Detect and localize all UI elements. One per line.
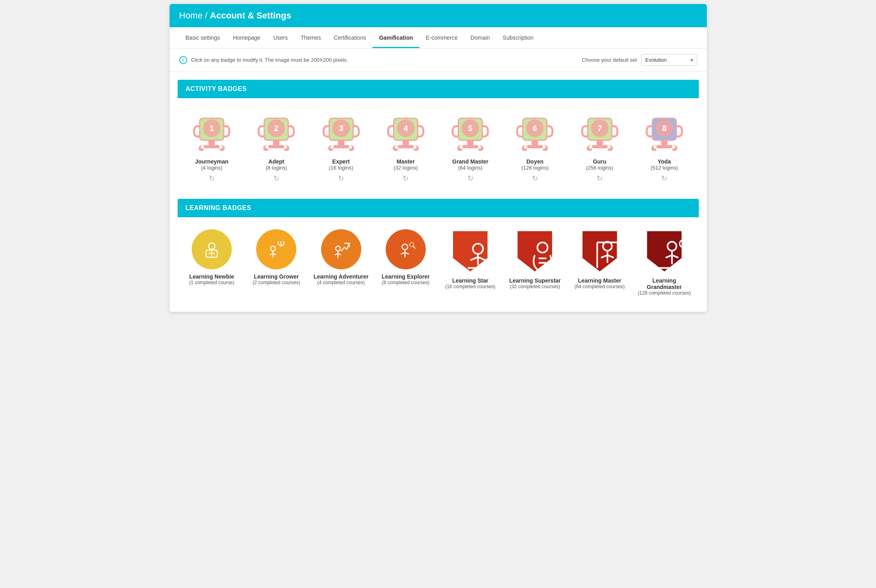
svg-rect-3 <box>208 140 215 145</box>
nav-homepage[interactable]: Homepage <box>227 27 267 48</box>
svg-text:3: 3 <box>339 124 343 133</box>
trophy-badge-5[interactable]: 5 <box>450 110 490 154</box>
badge-sub-4: (32 logins) <box>394 165 418 171</box>
learning-badge-circle-2[interactable] <box>256 229 296 269</box>
svg-rect-19 <box>398 145 414 148</box>
refresh-icon-4[interactable]: ↻ <box>403 174 409 183</box>
svg-text:1: 1 <box>210 124 214 133</box>
svg-rect-14 <box>333 145 349 148</box>
badge-name-5: Grand Master <box>452 158 488 165</box>
refresh-icon-1[interactable]: ↻ <box>209 174 215 183</box>
navigation: Basic settings Homepage Users Themes Cer… <box>170 27 707 48</box>
badge-name-3: Expert <box>332 158 350 165</box>
svg-rect-38 <box>661 140 668 145</box>
main-container: Home / Account & Settings Basic settings… <box>170 4 707 312</box>
learning-badge-name-6: Learning Superstar <box>509 277 560 284</box>
svg-rect-24 <box>462 145 478 148</box>
trophy-badge-1[interactable]: 1 <box>192 110 232 154</box>
svg-point-45 <box>271 246 275 251</box>
trophy-badge-7[interactable]: 7 <box>580 110 620 154</box>
badge-name-6: Doyen <box>526 158 544 165</box>
svg-line-60 <box>401 253 405 254</box>
svg-point-40 <box>208 243 215 249</box>
default-set-select[interactable]: Evolution Classic Modern <box>641 54 697 66</box>
learning-badge-name-4: Learning Explorer <box>382 273 430 280</box>
learning-badge-circle-1[interactable] <box>192 229 232 269</box>
svg-rect-34 <box>592 145 608 148</box>
nav-gamification[interactable]: Gamification <box>372 27 419 48</box>
refresh-icon-6[interactable]: ↻ <box>532 174 538 183</box>
learning-badge-circle-4[interactable] <box>386 229 426 269</box>
svg-rect-9 <box>268 145 284 148</box>
trophy-badge-8[interactable]: 8 <box>644 110 684 154</box>
svg-point-52 <box>336 246 340 251</box>
refresh-icon-7[interactable]: ↻ <box>597 174 603 183</box>
activity-badge-item: 4 Master (32 logins) ↻ <box>378 110 434 183</box>
svg-line-63 <box>413 246 415 249</box>
learning-badge-shield-5[interactable] <box>450 229 490 273</box>
learning-badge-shield-7[interactable] <box>580 229 620 273</box>
activity-badges-body: 1 Journeyman (4 logins) ↻ 2 <box>178 98 699 191</box>
nav-certifications[interactable]: Certifications <box>328 27 373 48</box>
svg-rect-8 <box>273 140 279 145</box>
info-icon: i <box>179 56 187 64</box>
learning-badge-name-8: Learning Grandmaster <box>634 277 694 290</box>
svg-line-44 <box>212 253 215 254</box>
refresh-icon-2[interactable]: ↻ <box>273 174 279 183</box>
badge-sub-6: (128 logins) <box>521 165 548 171</box>
nav-domain[interactable]: Domain <box>464 27 496 48</box>
nav-subscription[interactable]: Subscription <box>496 27 540 48</box>
badge-sub-1: (4 logins) <box>201 165 222 171</box>
svg-rect-39 <box>656 145 672 148</box>
learning-badge-circle-3[interactable] <box>321 229 361 269</box>
learning-badge-name-3: Learning Adventurer <box>314 273 368 280</box>
learning-badge-sub-5: (16 completed courses) <box>445 284 495 289</box>
learning-badge-sub-1: (1 completed course) <box>189 280 235 285</box>
badge-sub-5: (64 logins) <box>458 165 483 171</box>
trophy-badge-4[interactable]: 4 <box>386 110 426 154</box>
svg-text:8: 8 <box>662 124 666 133</box>
svg-text:6: 6 <box>533 124 537 133</box>
info-message: Click on any badge to modify it. The ima… <box>191 57 348 63</box>
activity-badges-title: ACTIVITY BADGES <box>186 85 691 93</box>
svg-rect-13 <box>338 140 344 145</box>
activity-badge-item: 2 Adept (8 logins) ↻ <box>248 110 304 183</box>
trophy-badge-6[interactable]: 6 <box>515 110 555 154</box>
refresh-icon-3[interactable]: ↻ <box>338 174 344 183</box>
learning-badge-sub-6: (32 completed courses) <box>510 284 560 289</box>
nav-users[interactable]: Users <box>267 27 294 48</box>
account-settings-title: Account & Settings <box>210 10 291 20</box>
trophy-badge-3[interactable]: 3 <box>321 110 361 154</box>
activity-badge-item: 6 Doyen (128 logins) ↻ <box>507 110 563 183</box>
learning-badge-item: Learning Explorer (8 completed courses) <box>376 229 436 296</box>
svg-text:5: 5 <box>468 124 473 133</box>
activity-badge-item: 7 Guru (256 logins) ↻ <box>572 110 628 183</box>
refresh-icon-8[interactable]: ↻ <box>661 174 667 183</box>
refresh-icon-5[interactable]: ↻ <box>467 174 473 183</box>
activity-badges-section: ACTIVITY BADGES 1 Journeyman (4 lo <box>178 80 699 191</box>
learning-badge-sub-3: (4 completed courses) <box>317 280 365 285</box>
learning-badge-item: Learning Adventurer (4 completed courses… <box>311 229 371 296</box>
nav-basic-settings[interactable]: Basic settings <box>179 27 227 48</box>
svg-line-61 <box>405 253 409 254</box>
badge-name-7: Guru <box>593 158 606 165</box>
learning-badge-sub-2: (2 completed courses) <box>253 280 300 285</box>
trophy-badge-2[interactable]: 2 <box>256 110 296 154</box>
learning-badge-sub-8: (128 completed courses) <box>638 290 691 296</box>
activity-badges-header: ACTIVITY BADGES <box>178 80 699 98</box>
learning-badge-shield-8[interactable] <box>644 229 684 273</box>
learning-badge-name-1: Learning Newbie <box>189 273 234 280</box>
svg-line-43 <box>208 253 212 254</box>
nav-ecommerce[interactable]: E-commerce <box>419 27 464 48</box>
nav-themes[interactable]: Themes <box>294 27 328 48</box>
svg-text:4: 4 <box>403 124 408 133</box>
svg-rect-29 <box>527 145 543 148</box>
badge-name-4: Master <box>397 158 415 165</box>
svg-rect-18 <box>403 140 409 145</box>
default-set-wrapper: Evolution Classic Modern <box>641 54 697 66</box>
badge-sub-2: (8 logins) <box>266 165 287 171</box>
learning-badge-shield-6[interactable] <box>515 229 555 273</box>
info-bar: i Click on any badge to modify it. The i… <box>170 48 707 72</box>
breadcrumb: Home / <box>179 10 210 20</box>
learning-badge-item: Learning Newbie (1 completed course) <box>182 229 242 296</box>
